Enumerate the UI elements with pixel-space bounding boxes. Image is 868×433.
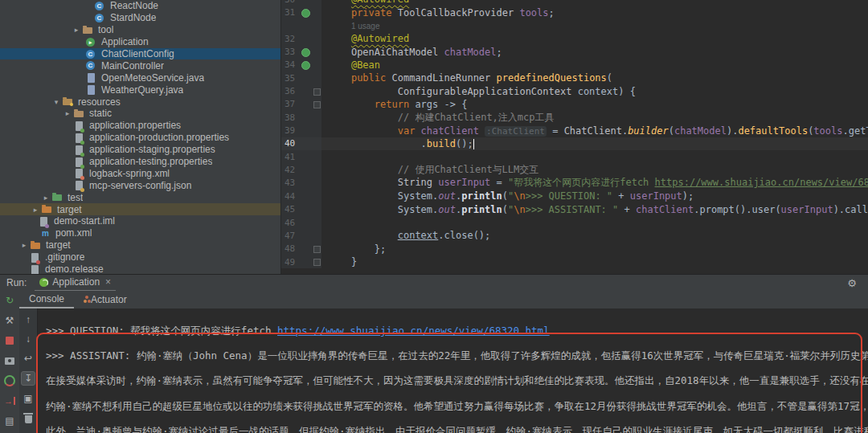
tree-item[interactable]: demo.release — [0, 263, 280, 274]
tree-item[interactable]: application-staging.properties — [0, 144, 280, 156]
code-line[interactable]: 46 — [281, 216, 868, 229]
tree-item[interactable]: ReactNode — [0, 0, 280, 12]
code-token: ConfigurableApplicationContext — [398, 86, 578, 97]
code-line[interactable]: 47 context.close(); — [281, 229, 868, 242]
code-line[interactable]: 41 — [281, 150, 868, 163]
close-tab-icon[interactable]: × — [104, 276, 111, 288]
tree-item[interactable]: ▾resources — [0, 96, 280, 108]
tree-item[interactable]: StardNode — [0, 12, 280, 24]
tab-console[interactable]: Console — [19, 291, 74, 308]
code-line[interactable]: 33 OpenAiChatModel chatModel; — [281, 45, 868, 58]
prop-icon — [76, 121, 83, 131]
code-line[interactable]: 37 return args -> { — [281, 98, 868, 111]
fold-marker-icon[interactable] — [313, 101, 321, 108]
tree-item[interactable]: application-testing.properties — [0, 156, 280, 168]
code-token: defaultTools — [738, 125, 808, 137]
exit-icon[interactable]: → — [3, 394, 16, 407]
code-line[interactable]: 39 var chatClient :ChatClient = ChatClie… — [281, 124, 868, 137]
tab-actuator[interactable]: Actuator — [74, 291, 137, 308]
code-line[interactable]: 35 public CommandLineRunner predefinedQu… — [281, 71, 868, 84]
code-line[interactable]: 45 System.out.println("\n>>> ASSISTANT: … — [281, 203, 868, 216]
tree-item[interactable]: ▸target — [0, 239, 280, 251]
java-icon — [88, 85, 95, 95]
spring-bean-icon[interactable] — [301, 48, 310, 57]
fold-marker-icon[interactable] — [313, 246, 321, 253]
tree-item[interactable]: logback-spring.xml — [0, 167, 280, 179]
tree-item[interactable]: .gitignore — [0, 251, 280, 263]
code-line[interactable]: 40 .build(); — [281, 137, 868, 150]
tree-item[interactable]: ▸target — [0, 203, 280, 215]
tab-console-label: Console — [29, 293, 64, 304]
tree-item[interactable]: WeatherQuery.java — [0, 84, 280, 96]
code-line[interactable]: 38 // 构建ChatClient,注入mcp工具 — [281, 111, 868, 124]
code-token: \n — [514, 204, 525, 215]
print-icon[interactable]: ▣ — [22, 392, 35, 405]
tree-item[interactable]: Application — [0, 36, 280, 48]
rerun-icon[interactable]: ↻ — [3, 294, 16, 307]
code-line[interactable]: 49 } — [281, 255, 868, 268]
code-token: out — [438, 204, 456, 215]
iml-icon — [40, 217, 47, 227]
tree-item[interactable]: ▸test — [0, 191, 280, 203]
scroll-down-icon[interactable]: ↓ — [22, 333, 35, 345]
code-token: . — [421, 138, 427, 149]
clear-icon[interactable] — [22, 411, 35, 424]
run-config-tab[interactable]: Application × — [35, 274, 116, 292]
code-line[interactable]: 31 private ToolCallbackProvider tools; — [281, 6, 868, 18]
camera-icon[interactable] — [3, 354, 16, 367]
tree-item[interactable]: ChatClientConfig — [0, 48, 280, 60]
tree-item[interactable]: application.properties — [0, 120, 280, 132]
spring-bean-icon[interactable] — [301, 61, 310, 70]
chevron-icon[interactable]: ▸ — [62, 109, 73, 117]
code-line[interactable]: 43 String userInput = "帮我将这个网页内容进行fetch … — [281, 177, 868, 190]
ide-window: ReactNodeStardNode▸toolApplicationChatCl… — [0, 0, 868, 433]
code-token: }; — [375, 243, 386, 255]
code-token: ). — [727, 125, 738, 137]
code-line[interactable]: 34 @Bean — [281, 59, 868, 71]
console-toolbar: ↑ ↓ ↩ ↧ ▣ — [19, 308, 38, 433]
console-text: >>> QUESTION: 帮我将这个网页内容进行fetch — [46, 325, 277, 337]
code-line[interactable]: 36 ConfigurableApplicationContext contex… — [281, 84, 868, 97]
tree-item[interactable]: ▸tool — [0, 24, 280, 36]
tree-item[interactable]: MainController — [0, 59, 280, 71]
tree-item[interactable]: mcp-servers-config.json — [0, 179, 280, 191]
code-token: String — [398, 177, 439, 188]
console-link[interactable]: https://www.shuaijiao.cn/news/view/68320… — [277, 325, 550, 337]
coverage-icon[interactable] — [3, 374, 16, 387]
tree-item[interactable]: pom.xml — [0, 227, 280, 239]
run-label: Run: — [0, 277, 35, 288]
fold-marker-icon[interactable] — [313, 88, 321, 96]
wrench-icon[interactable]: ⚒ — [3, 314, 16, 327]
gear-icon[interactable]: ⚙ — [847, 277, 857, 289]
line-number: 46 — [281, 218, 301, 228]
layout-icon[interactable]: ▤ — [3, 415, 16, 427]
stop-icon[interactable] — [3, 334, 16, 347]
fold-marker-icon[interactable] — [313, 259, 321, 266]
chevron-icon[interactable]: ▸ — [71, 26, 82, 34]
soft-wrap-icon[interactable]: ↩ — [22, 352, 35, 365]
console-output[interactable]: >>> QUESTION: 帮我将这个网页内容进行fetch https://w… — [38, 308, 868, 433]
scroll-to-end-icon[interactable]: ↧ — [21, 371, 35, 386]
code-token — [328, 138, 421, 149]
chevron-icon[interactable]: ▸ — [18, 241, 30, 249]
code-line[interactable]: 48 }; — [281, 243, 868, 255]
chevron-icon[interactable]: ▾ — [51, 98, 62, 106]
tree-item[interactable]: ▸static — [0, 108, 280, 120]
spring-bean-icon[interactable] — [301, 9, 310, 18]
scroll-up-icon[interactable]: ↑ — [22, 313, 35, 326]
code-line[interactable]: 42 // 使用ChatClient与LLM交互 — [281, 163, 868, 176]
code-line[interactable]: 44 System.out.println("\n>>> QUESTION: "… — [281, 190, 868, 202]
code-token — [328, 164, 398, 175]
code-line[interactable]: 32 @Autowired — [281, 32, 868, 45]
code-line[interactable]: 30 @Autowired — [281, 0, 868, 6]
project-tree-panel: ReactNodeStardNode▸toolApplicationChatCl… — [0, 0, 281, 274]
code-line[interactable]: 1 usage — [281, 19, 868, 32]
tree-item[interactable]: demo-start.iml — [0, 215, 280, 227]
boot-icon — [86, 38, 95, 47]
tree-item[interactable]: application-production.properties — [0, 132, 280, 144]
tree-item[interactable]: OpenMeteoService.java — [0, 71, 280, 84]
chevron-icon[interactable]: ▸ — [40, 194, 51, 202]
chevron-icon[interactable]: ▸ — [30, 206, 41, 214]
run-header: Run: Application × ⚙ — [0, 275, 868, 292]
code-editor[interactable]: 30 @Autowired31 private ToolCallbackProv… — [281, 0, 868, 274]
